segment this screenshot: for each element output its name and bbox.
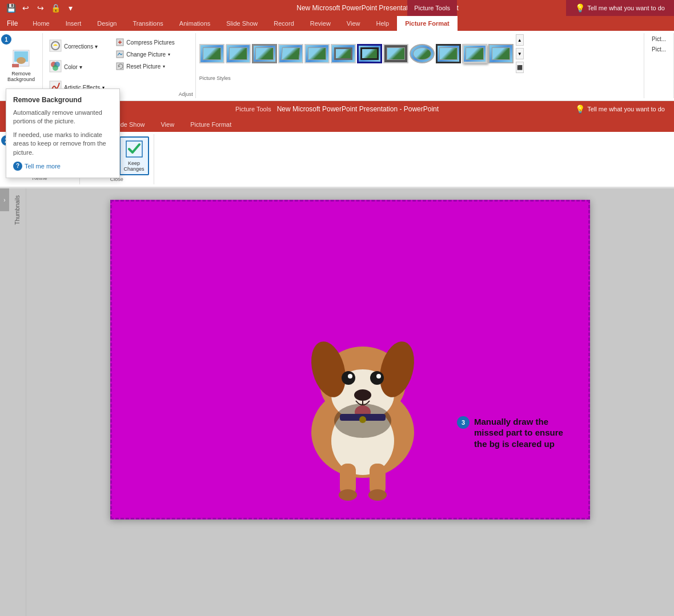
svg-point-34: [348, 374, 352, 379]
adjust-group-label: Adjust: [179, 91, 193, 97]
tell-me-area[interactable]: 💡 Tell me what you want to do: [566, 0, 674, 16]
picture-styles-label: Picture Styles: [199, 75, 640, 81]
svg-point-36: [354, 389, 371, 401]
thumbnails-panel: Thumbnails: [9, 188, 26, 616]
pict-btn-2[interactable]: Pict...: [648, 45, 670, 54]
redo-button[interactable]: ↪: [34, 2, 47, 14]
scroll-expand-button[interactable]: ⬛: [516, 62, 524, 73]
corrections-label: Corrections ▾: [64, 43, 98, 50]
tab-file[interactable]: File: [0, 16, 25, 31]
pict-btn-1[interactable]: Pict...: [648, 34, 670, 44]
picture-style-10[interactable]: [436, 44, 461, 63]
picture-style-5[interactable]: [304, 44, 330, 63]
tab-review[interactable]: Review: [302, 16, 339, 31]
tab-view[interactable]: View: [339, 16, 368, 31]
tabs-bar: File Home Insert Design Transitions Anim…: [0, 16, 674, 31]
tab-help[interactable]: Help: [368, 16, 398, 31]
scroll-down-button[interactable]: ▼: [516, 48, 524, 59]
tab-picture-format[interactable]: Picture Format: [397, 16, 458, 31]
picture-styles-group: ▲ ▼ ⬛ Picture Styles: [196, 33, 644, 98]
help-icon: ?: [13, 162, 22, 171]
undo-button[interactable]: ↩: [19, 2, 32, 14]
auto-save-button[interactable]: 🔒: [49, 2, 62, 14]
annotation-3-text: Manually draw the missed part to ensure …: [474, 416, 577, 450]
svg-point-32: [342, 371, 355, 385]
badge-3: 3: [457, 416, 470, 429]
svg-point-44: [334, 404, 391, 438]
main-area: › Thumbnails: [0, 188, 674, 616]
tooltip-text2: If needed, use marks to indicate areas t…: [13, 131, 113, 157]
compress-icon: [116, 38, 124, 46]
picture-style-9[interactable]: [410, 44, 435, 63]
second-app-title: Picture Tools New Microsoft PowerPoint P…: [235, 105, 439, 113]
corrections-icon: [49, 39, 62, 53]
change-picture-button[interactable]: Change Picture ▾: [112, 49, 178, 60]
badge-1: 1: [1, 34, 11, 45]
tab-insert[interactable]: Insert: [58, 16, 90, 31]
tell-me-more-link[interactable]: ? Tell me more: [13, 162, 113, 171]
tab-home[interactable]: Home: [25, 16, 57, 31]
scroll-up-button[interactable]: ▲: [516, 34, 524, 46]
reset-picture-button[interactable]: Reset Picture ▾: [112, 61, 178, 72]
svg-rect-12: [117, 51, 123, 58]
thumbnails-label: Thumbnails: [14, 195, 21, 225]
picture-right-group: Pict... Pict...: [644, 33, 674, 98]
picture-styles-scroll: ▲ ▼ ⬛: [516, 34, 524, 73]
svg-point-35: [376, 374, 381, 379]
corrections-button[interactable]: Corrections ▾: [45, 37, 109, 56]
picture-style-12[interactable]: [488, 44, 513, 63]
svg-point-33: [370, 371, 384, 385]
keep-changes-label: KeepChanges: [124, 160, 145, 172]
color-icon: [49, 60, 62, 74]
keep-changes-button[interactable]: KeepChanges: [119, 136, 149, 175]
svg-point-2: [17, 57, 26, 64]
picture-style-11[interactable]: [462, 44, 487, 63]
annotation-3: 3 Manually draw the missed part to ensur…: [457, 416, 577, 450]
keep-changes-icon: [125, 140, 143, 159]
more-qat-button[interactable]: ▾: [64, 2, 77, 14]
color-label: Color ▾: [64, 64, 82, 70]
compress-pictures-button[interactable]: Compress Pictures: [112, 37, 178, 48]
slide-canvas: 3 Manually draw the missed part to ensur…: [110, 200, 590, 520]
second-lightbulb-icon: 💡: [575, 104, 585, 114]
picture-style-4[interactable]: [278, 44, 303, 63]
tab-transitions[interactable]: Transitions: [125, 16, 171, 31]
svg-point-41: [368, 489, 387, 501]
title-bar: 💾 ↩ ↪ 🔒 ▾ New Microsoft PowerPoint Prese…: [0, 0, 674, 16]
color-button[interactable]: Color ▾: [45, 57, 109, 77]
top-ribbon-wrapper: 💾 ↩ ↪ 🔒 ▾ New Microsoft PowerPoint Prese…: [0, 0, 674, 101]
tab-slide-show[interactable]: Slide Show: [218, 16, 266, 31]
svg-point-9: [53, 65, 58, 71]
remove-background-icon: [12, 49, 30, 70]
second-tab-picture-format[interactable]: Picture Format: [182, 117, 239, 132]
tab-animations[interactable]: Animations: [171, 16, 218, 31]
slide-area[interactable]: 3 Manually draw the missed part to ensur…: [26, 188, 674, 616]
tooltip-title: Remove Background: [13, 96, 113, 104]
remove-background-button[interactable]: RemoveBackground: [3, 46, 39, 85]
remove-background-tooltip: Remove Background Automatically remove u…: [6, 88, 120, 178]
dog-image: [277, 295, 460, 512]
picture-style-2[interactable]: [226, 44, 251, 63]
save-button[interactable]: 💾: [5, 2, 17, 14]
picture-style-1[interactable]: [199, 44, 224, 63]
tab-design[interactable]: Design: [89, 16, 125, 31]
toggle-thumbnails-button[interactable]: ›: [0, 188, 9, 211]
second-tab-view[interactable]: View: [153, 117, 182, 132]
quick-access-toolbar: 💾 ↩ ↪ 🔒 ▾: [0, 2, 81, 14]
tab-record[interactable]: Record: [266, 16, 302, 31]
picture-styles-row: ▲ ▼ ⬛: [199, 34, 640, 73]
second-tell-me-area[interactable]: 💡 Tell me what you want to do: [566, 101, 674, 117]
picture-style-6[interactable]: [331, 44, 356, 63]
change-picture-icon: [116, 50, 124, 58]
tooltip-text1: Automatically remove unwanted portions o…: [13, 108, 113, 126]
remove-background-label: RemoveBackground: [7, 71, 35, 82]
reset-picture-icon: [116, 62, 124, 70]
picture-style-3[interactable]: [252, 44, 277, 63]
svg-rect-3: [12, 64, 19, 67]
picture-tools-label: Picture Tools: [407, 0, 457, 16]
picture-style-7[interactable]: [357, 44, 382, 63]
picture-style-8[interactable]: [383, 44, 408, 63]
svg-point-40: [339, 489, 357, 501]
